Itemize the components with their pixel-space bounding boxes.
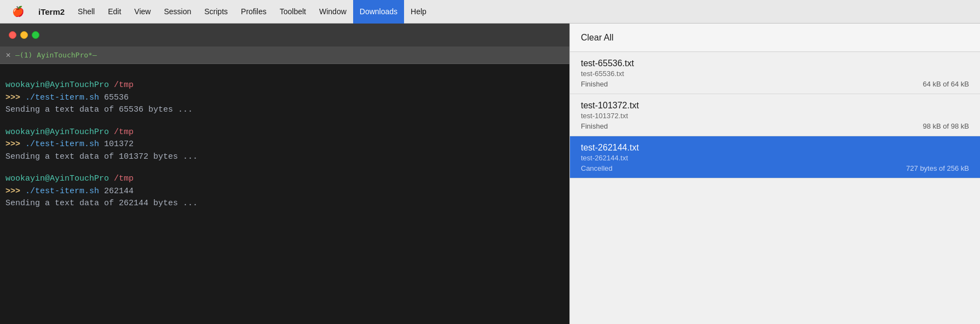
download-footer-2: Finished 98 kB of 98 kB xyxy=(581,122,969,130)
window-controls xyxy=(4,29,44,41)
download-footer-3: Cancelled 727 bytes of 256 kB xyxy=(581,164,969,172)
close-button[interactable] xyxy=(9,31,16,39)
prompt-arrows-3: >>> xyxy=(5,187,20,196)
download-filename-2: test-101372.txt xyxy=(581,101,969,111)
prompt-block-3: wookayin@AyinTouchPro /tmp >>> ./test-it… xyxy=(5,173,564,210)
prompt-block-1: wookayin@AyinTouchPro /tmp >>> ./test-it… xyxy=(5,79,564,117)
prompt-args-1: 65536 xyxy=(104,93,129,102)
download-item-2[interactable]: test-101372.txt test-101372.txt Finished… xyxy=(570,94,980,136)
menu-scripts[interactable]: Scripts xyxy=(198,0,234,24)
download-item-3[interactable]: test-262144.txt test-262144.txt Cancelle… xyxy=(570,136,980,178)
menu-shell[interactable]: Shell xyxy=(71,0,101,24)
prompt-dir-3: /tmp xyxy=(114,174,134,183)
download-footer-1: Finished 64 kB of 64 kB xyxy=(581,80,969,88)
apple-menu[interactable]: 🍎 xyxy=(4,0,32,24)
output-1: Sending a text data of 65536 bytes ... xyxy=(5,104,564,117)
minimize-button[interactable] xyxy=(20,31,28,39)
prompt-cmd-3: ./test-iterm.sh xyxy=(25,187,99,196)
output-3: Sending a text data of 262144 bytes ... xyxy=(5,198,564,210)
download-status-3: Cancelled xyxy=(581,164,613,172)
prompt-arrows-2: >>> xyxy=(5,140,20,149)
download-subname-3: test-262144.txt xyxy=(581,154,969,162)
download-item-1[interactable]: test-65536.txt test-65536.txt Finished 6… xyxy=(570,52,980,94)
prompt-user-3: wookayin xyxy=(5,174,45,183)
clear-all-button[interactable]: Clear All xyxy=(570,24,980,52)
download-filename-1: test-65536.txt xyxy=(581,59,969,68)
prompt-user-1: wookayin xyxy=(5,80,45,90)
prompt-args-3: 262144 xyxy=(104,187,134,196)
menu-window[interactable]: Window xyxy=(313,0,353,24)
menu-help[interactable]: Help xyxy=(404,0,433,24)
download-subname-2: test-101372.txt xyxy=(581,112,969,120)
menu-iterm2[interactable]: iTerm2 xyxy=(32,0,71,24)
prompt-block-2: wookayin@AyinTouchPro /tmp >>> ./test-it… xyxy=(5,126,564,164)
download-subname-1: test-65536.txt xyxy=(581,70,969,78)
terminal-content[interactable]: wookayin@AyinTouchPro /tmp >>> ./test-it… xyxy=(0,64,569,324)
download-size-1: 64 kB of 64 kB xyxy=(923,80,969,88)
prompt-cmd-1: ./test-iterm.sh xyxy=(25,93,99,102)
prompt-dir-2: /tmp xyxy=(114,128,134,137)
download-filename-3: test-262144.txt xyxy=(581,143,969,153)
menu-view[interactable]: View xyxy=(128,0,157,24)
maximize-button[interactable] xyxy=(32,31,39,39)
prompt-cmd-2: ./test-iterm.sh xyxy=(25,140,99,149)
menu-toolbelt[interactable]: Toolbelt xyxy=(273,0,313,24)
menu-bar: 🍎 iTerm2 Shell Edit View Session Scripts… xyxy=(0,0,980,24)
title-bar xyxy=(0,24,569,47)
tab-bar: ✕ —(1) AyinTouchPro*— xyxy=(0,47,569,64)
terminal-container: ✕ —(1) AyinTouchPro*— wookayin@AyinTouch… xyxy=(0,24,569,324)
menu-downloads[interactable]: Downloads xyxy=(353,0,404,24)
prompt-dir-1: /tmp xyxy=(114,80,134,90)
tab-title: —(1) AyinTouchPro*— xyxy=(15,51,97,59)
menu-session[interactable]: Session xyxy=(157,0,198,24)
download-size-3: 727 bytes of 256 kB xyxy=(906,164,969,172)
prompt-args-2: 101372 xyxy=(104,140,134,149)
download-status-1: Finished xyxy=(581,80,608,88)
download-size-2: 98 kB of 98 kB xyxy=(923,122,969,130)
downloads-panel: Clear All test-65536.txt test-65536.txt … xyxy=(569,24,980,324)
tab-close-icon[interactable]: ✕ xyxy=(5,51,11,59)
menu-edit[interactable]: Edit xyxy=(101,0,128,24)
prompt-arrows-1: >>> xyxy=(5,93,20,102)
output-2: Sending a text data of 101372 bytes ... xyxy=(5,151,564,164)
menu-profiles[interactable]: Profiles xyxy=(234,0,273,24)
download-status-2: Finished xyxy=(581,122,608,130)
prompt-user-2: wookayin xyxy=(5,128,45,137)
